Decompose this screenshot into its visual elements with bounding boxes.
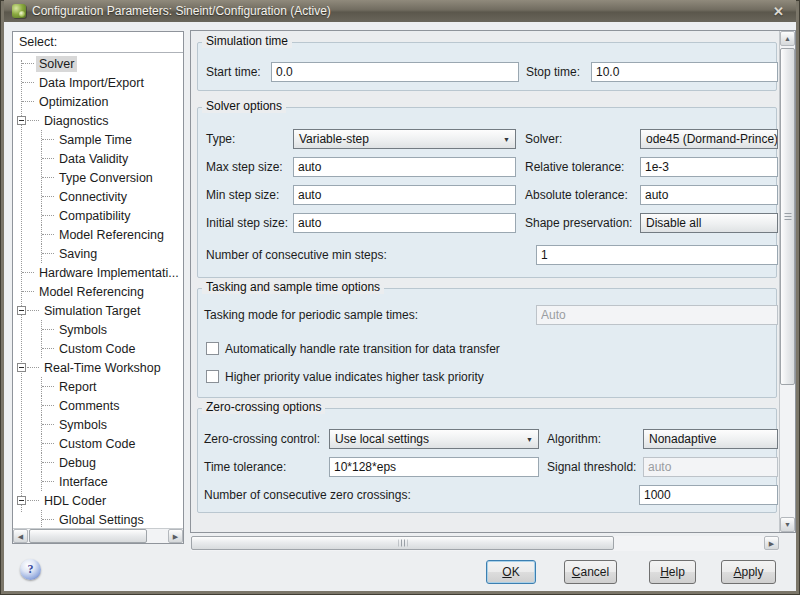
tasking-mode-input (536, 305, 778, 325)
help-button[interactable]: Help (649, 560, 696, 584)
scroll-right-icon[interactable]: ▶ (764, 536, 779, 550)
sidebar-item-debug[interactable]: Debug (13, 453, 183, 472)
close-icon[interactable]: ✕ (769, 4, 788, 19)
sidebar-tree[interactable]: SolverData Import/ExportOptimizationDiag… (13, 54, 183, 528)
min-step-size-label: Min step size: (206, 185, 279, 205)
type-dropdown[interactable]: Variable-step ▼ (293, 129, 516, 149)
initial-step-size-label: Initial step size: (206, 213, 288, 233)
sidebar-item-model-referencing[interactable]: Model Referencing (13, 225, 183, 244)
sidebar-item-label: Data Import/Export (36, 75, 147, 91)
scroll-right-icon[interactable]: ▶ (168, 529, 183, 543)
sidebar-item-label: Debug (56, 455, 99, 471)
tree-connector (42, 386, 54, 387)
max-step-size-input[interactable] (293, 157, 516, 177)
sidebar-item-label: Real-Time Workshop (41, 360, 164, 376)
relative-tolerance-input[interactable] (640, 157, 778, 177)
stop-time-input[interactable] (591, 62, 778, 82)
sidebar-item-diagnostics[interactable]: Diagnostics (13, 111, 183, 130)
vertical-scrollbar[interactable]: ▲ ▼ (779, 31, 795, 532)
stop-time-label: Stop time: (526, 62, 580, 82)
sidebar-item-interface[interactable]: Interface (13, 472, 183, 491)
scroll-down-icon[interactable]: ▼ (780, 517, 795, 532)
auto-rate-transition-label: Automatically handle rate transition for… (225, 339, 500, 359)
tree-hscroll-thumb[interactable] (29, 529, 147, 543)
auto-rate-transition-checkbox[interactable] (206, 342, 219, 355)
title-bar[interactable]: Configuration Parameters: Sineint/Config… (4, 0, 796, 22)
sidebar-item-label: Compatibility (56, 208, 134, 224)
vscroll-thumb[interactable] (780, 48, 795, 385)
horizontal-scrollbar[interactable]: ▶ (191, 536, 779, 551)
zero-crossing-control-dropdown[interactable]: Use local settings ▼ (329, 429, 539, 449)
sidebar-item-optimization[interactable]: Optimization (13, 92, 183, 111)
scroll-up-icon[interactable]: ▲ (780, 31, 795, 46)
tree-collapse-icon[interactable] (17, 306, 26, 315)
sidebar-item-custom-code[interactable]: Custom Code (13, 339, 183, 358)
question-mark-icon: ? (28, 562, 34, 577)
tree-connector (42, 234, 54, 235)
sidebar-item-saving[interactable]: Saving (13, 244, 183, 263)
tree-connector (27, 500, 39, 501)
tree-collapse-icon[interactable] (17, 116, 26, 125)
apply-button[interactable]: Apply (721, 560, 776, 584)
tree-collapse-icon[interactable] (17, 496, 26, 505)
higher-priority-checkbox[interactable] (206, 370, 219, 383)
sidebar-item-label: Solver (36, 56, 77, 72)
start-time-input[interactable] (271, 62, 519, 82)
sidebar-item-global-settings[interactable]: Global Settings (13, 510, 183, 528)
sidebar-item-symbols[interactable]: Symbols (13, 415, 183, 434)
consecutive-zero-crossings-input[interactable] (639, 485, 778, 505)
shape-preservation-dropdown[interactable]: Disable all (640, 213, 778, 233)
sidebar-item-solver[interactable]: Solver (13, 54, 183, 73)
sidebar-item-label: Symbols (56, 322, 110, 338)
tree-connector (42, 405, 54, 406)
consecutive-min-steps-input[interactable] (536, 245, 778, 265)
sidebar-item-sample-time[interactable]: Sample Time (13, 130, 183, 149)
sidebar-item-real-time-workshop[interactable]: Real-Time Workshop (13, 358, 183, 377)
sidebar-item-label: Custom Code (56, 341, 138, 357)
solver-dropdown[interactable]: ode45 (Dormand-Prince) (640, 129, 778, 149)
sidebar-item-symbols[interactable]: Symbols (13, 320, 183, 339)
sidebar-item-model-referencing[interactable]: Model Referencing (13, 282, 183, 301)
cancel-button-label: Cancel (572, 565, 609, 579)
zero-crossing-control-value: Use local settings (335, 432, 429, 446)
zero-crossing-group: Zero-crossing options Zero-crossing cont… (197, 408, 777, 513)
signal-threshold-input (643, 457, 778, 477)
sidebar-item-comments[interactable]: Comments (13, 396, 183, 415)
sidebar-item-label: Connectivity (56, 189, 130, 205)
sidebar-item-label: Symbols (56, 417, 110, 433)
sidebar-item-hardware-implementati[interactable]: Hardware Implementati... (13, 263, 183, 282)
algorithm-dropdown[interactable]: Nonadaptive (643, 429, 778, 449)
tree-collapse-icon[interactable] (17, 363, 26, 372)
sidebar-item-data-import-export[interactable]: Data Import/Export (13, 73, 183, 92)
help-orb-button[interactable]: ? (20, 559, 41, 580)
start-time-label: Start time: (206, 62, 261, 82)
tree-connector (42, 481, 54, 482)
sidebar-item-type-conversion[interactable]: Type Conversion (13, 168, 183, 187)
algorithm-label: Algorithm: (547, 429, 601, 449)
ok-button[interactable]: OK (486, 560, 536, 584)
sidebar-item-connectivity[interactable]: Connectivity (13, 187, 183, 206)
scroll-left-icon[interactable]: ◀ (13, 529, 28, 543)
consecutive-min-steps-label: Number of consecutive min steps: (206, 245, 387, 265)
min-step-size-input[interactable] (293, 185, 516, 205)
tree-horizontal-scrollbar[interactable]: ◀ ▶ (13, 528, 183, 543)
sidebar-item-custom-code[interactable]: Custom Code (13, 434, 183, 453)
tree-connector (42, 177, 54, 178)
initial-step-size-input[interactable] (293, 213, 516, 233)
sidebar-item-data-validity[interactable]: Data Validity (13, 149, 183, 168)
sidebar-item-simulation-target[interactable]: Simulation Target (13, 301, 183, 320)
sidebar-item-label: Model Referencing (56, 227, 167, 243)
sidebar-item-label: Comments (56, 398, 122, 414)
sidebar-item-label: Optimization (36, 94, 111, 110)
tree-connector (22, 63, 34, 64)
hscroll-thumb[interactable] (191, 536, 614, 550)
tree-connector (42, 139, 54, 140)
cancel-button[interactable]: Cancel (564, 560, 617, 584)
sidebar-item-report[interactable]: Report (13, 377, 183, 396)
tree-connector (27, 310, 39, 311)
absolute-tolerance-input[interactable] (640, 185, 778, 205)
tree-connector (22, 82, 34, 83)
sidebar-item-compatibility[interactable]: Compatibility (13, 206, 183, 225)
sidebar-item-hdl-coder[interactable]: HDL Coder (13, 491, 183, 510)
time-tolerance-input[interactable] (329, 457, 539, 477)
